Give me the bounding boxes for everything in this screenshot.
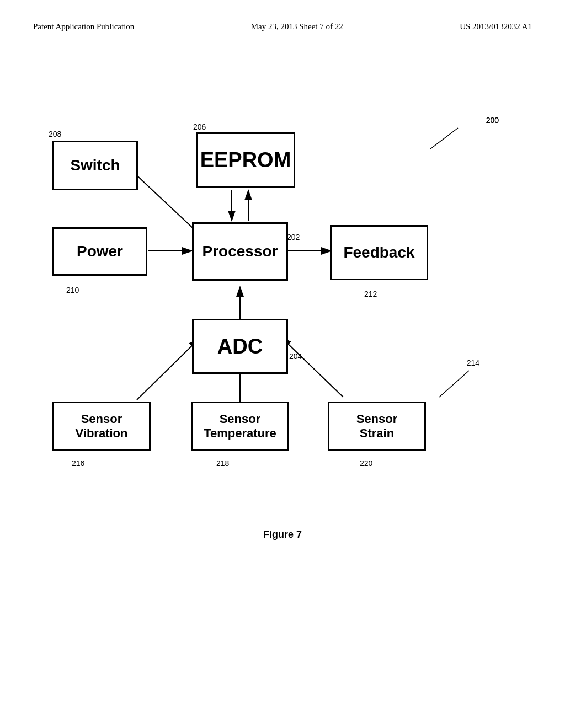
ref-202: 202 (287, 233, 300, 242)
ref-200-label: 200 (486, 116, 499, 125)
ref-214: 214 (467, 358, 479, 367)
ref-206: 206 (193, 122, 206, 131)
header-left: Patent Application Publication (33, 22, 134, 31)
processor-box: Processor (192, 222, 288, 281)
svg-line-12 (439, 371, 469, 397)
processor-label: Processor (202, 242, 278, 261)
ref-210: 210 (66, 286, 79, 295)
diagram-area: 200 200 EEPROM 206 Switch 208 Power 210 … (0, 88, 565, 585)
ref-212: 212 (364, 290, 377, 298)
figure-caption: Figure 7 (0, 529, 565, 540)
power-label: Power (77, 242, 123, 261)
sensor-strain-box: SensorStrain (328, 402, 426, 451)
header-right: US 2013/0132032 A1 (460, 22, 532, 31)
eeprom-label: EEPROM (200, 148, 291, 172)
sensor-temperature-box: SensorTemperature (191, 402, 289, 451)
ref-220: 220 (360, 459, 372, 468)
feedback-box: Feedback (330, 225, 428, 280)
svg-line-8 (137, 339, 199, 400)
ref-216: 216 (72, 459, 84, 468)
adc-box: ADC (192, 319, 288, 374)
switch-box: Switch (52, 141, 138, 190)
ref-218: 218 (216, 459, 229, 468)
power-box: Power (52, 227, 147, 276)
header-middle: May 23, 2013 Sheet 7 of 22 (251, 22, 343, 31)
sensor-vibration-label: SensorVibration (76, 412, 128, 441)
feedback-label: Feedback (343, 243, 414, 262)
svg-line-10 (281, 338, 343, 397)
switch-label: Switch (70, 156, 120, 175)
eeprom-box: EEPROM (196, 132, 295, 188)
sensor-temperature-label: SensorTemperature (204, 412, 276, 441)
svg-line-11 (430, 128, 458, 149)
ref-208: 208 (49, 130, 61, 138)
adc-label: ADC (217, 335, 263, 358)
sensor-vibration-box: SensorVibration (52, 402, 151, 451)
ref-204: 204 (289, 352, 302, 361)
sensor-strain-label: SensorStrain (356, 412, 398, 441)
page-header: Patent Application Publication May 23, 2… (0, 0, 565, 31)
